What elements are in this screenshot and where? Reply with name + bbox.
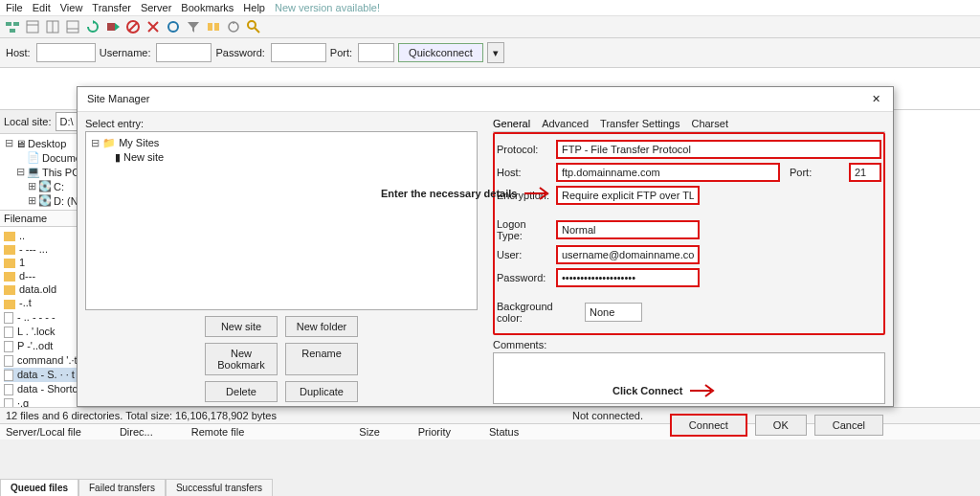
quickconnect-dropdown-icon[interactable]: ▾ xyxy=(487,42,504,63)
sm-port-input[interactable] xyxy=(849,163,881,182)
sitemanager-icon[interactable] xyxy=(4,18,21,35)
tab-advanced[interactable]: Advanced xyxy=(542,118,589,129)
tree-thispc[interactable]: This PC xyxy=(42,167,79,178)
disconnect-icon[interactable] xyxy=(145,18,162,35)
compare-icon[interactable] xyxy=(205,18,222,35)
sm-password-input[interactable] xyxy=(556,268,700,287)
new-site-button[interactable]: New site xyxy=(205,316,278,337)
tab-general[interactable]: General xyxy=(493,118,530,129)
tab-queued[interactable]: Queued files xyxy=(0,479,78,496)
password-input[interactable] xyxy=(271,43,326,62)
logon-type-label: Logon Type: xyxy=(497,218,552,241)
svg-rect-7 xyxy=(67,21,78,33)
toolbar xyxy=(0,16,980,38)
toggle-log-icon[interactable] xyxy=(24,18,41,35)
delete-button[interactable]: Delete xyxy=(205,381,278,402)
svg-point-17 xyxy=(233,22,234,24)
svg-line-11 xyxy=(129,23,137,31)
host-input[interactable] xyxy=(36,43,96,62)
new-folder-button[interactable]: New folder xyxy=(285,316,358,337)
tab-failed[interactable]: Failed transfers xyxy=(78,479,166,496)
menu-server[interactable]: Server xyxy=(141,2,171,13)
menu-view[interactable]: View xyxy=(60,2,83,13)
menu-transfer[interactable]: Transfer xyxy=(92,2,131,13)
tab-successful[interactable]: Successful transfers xyxy=(166,479,273,496)
encryption-select[interactable] xyxy=(556,186,700,205)
sm-port-label: Port: xyxy=(790,167,845,178)
menubar: File Edit View Transfer Server Bookmarks… xyxy=(0,0,980,16)
filter-icon[interactable] xyxy=(185,18,202,35)
site-manager-dialog: Site Manager ✕ Select entry: ⊟ 📁 My Site… xyxy=(77,86,894,407)
tree-c-drive[interactable]: C: xyxy=(54,181,64,192)
tab-transfer-settings[interactable]: Transfer Settings xyxy=(600,118,679,129)
quickconnect-button[interactable]: Quickconnect xyxy=(398,43,483,62)
process-queue-icon[interactable] xyxy=(104,18,122,35)
site-tree[interactable]: ⊟ 📁 My Sites ▮ New site xyxy=(85,131,478,310)
general-form: Protocol: Host: Port: Encryption: Logon … xyxy=(493,132,885,335)
protocol-label: Protocol: xyxy=(497,144,552,155)
protocol-select[interactable] xyxy=(556,140,881,159)
sm-host-label: Host: xyxy=(497,167,552,178)
sm-user-label: User: xyxy=(497,249,552,260)
reconnect-icon[interactable] xyxy=(165,18,182,35)
menu-file[interactable]: File xyxy=(6,2,23,13)
svg-rect-15 xyxy=(214,23,219,31)
host-label: Host: xyxy=(6,47,31,58)
rename-button[interactable]: Rename xyxy=(285,343,358,375)
connect-button[interactable]: Connect xyxy=(670,414,747,437)
port-label: Port: xyxy=(330,47,352,58)
ok-button[interactable]: OK xyxy=(755,415,807,436)
refresh-icon[interactable] xyxy=(84,18,101,35)
port-input[interactable] xyxy=(358,43,394,62)
dialog-title: Site Manager xyxy=(87,93,149,105)
bottom-tabs: Queued files Failed transfers Successful… xyxy=(0,479,273,496)
tab-charset[interactable]: Charset xyxy=(691,118,728,129)
logon-type-select[interactable] xyxy=(556,220,700,239)
annotation-enter-details: Enter the necessary details xyxy=(381,186,551,201)
sm-user-input[interactable] xyxy=(556,245,700,264)
username-label: Username: xyxy=(100,47,151,58)
bgcolor-select[interactable]: None xyxy=(585,303,642,322)
bgcolor-label: Background color: xyxy=(497,301,581,324)
sm-host-input[interactable] xyxy=(556,163,780,182)
my-sites-folder[interactable]: My Sites xyxy=(119,137,159,148)
comments-label: Comments: xyxy=(493,339,885,350)
select-entry-label: Select entry: xyxy=(85,118,478,129)
svg-rect-9 xyxy=(107,23,115,31)
new-bookmark-button[interactable]: New Bookmark xyxy=(205,343,278,375)
svg-rect-14 xyxy=(208,23,212,31)
svg-rect-2 xyxy=(10,29,15,33)
new-version-notice[interactable]: New version available! xyxy=(275,2,380,13)
quickconnect-bar: Host: Username: Password: Port: Quickcon… xyxy=(0,38,980,68)
username-input[interactable] xyxy=(156,43,212,62)
toggle-tree-icon[interactable] xyxy=(44,18,61,35)
svg-rect-1 xyxy=(13,22,19,26)
annotation-click-connect: Click Connect xyxy=(612,383,717,398)
new-site-entry[interactable]: New site xyxy=(123,151,164,163)
password-label: Password: xyxy=(215,47,264,58)
cancel-button[interactable]: Cancel xyxy=(814,415,883,436)
cancel-icon[interactable] xyxy=(124,18,142,35)
svg-rect-3 xyxy=(27,21,38,33)
menu-help[interactable]: Help xyxy=(243,2,265,13)
search-icon[interactable] xyxy=(245,18,262,35)
close-icon[interactable]: ✕ xyxy=(868,93,883,105)
tree-desktop[interactable]: Desktop xyxy=(28,138,66,149)
svg-rect-0 xyxy=(6,22,11,26)
menu-edit[interactable]: Edit xyxy=(33,2,51,13)
duplicate-button[interactable]: Duplicate xyxy=(285,381,358,402)
menu-bookmarks[interactable]: Bookmarks xyxy=(181,2,234,13)
local-site-label: Local site: xyxy=(4,116,52,127)
svg-point-18 xyxy=(248,21,256,29)
toggle-queue-icon[interactable] xyxy=(64,18,81,35)
settings-tabs: General Advanced Transfer Settings Chars… xyxy=(493,116,885,132)
sm-password-label: Password: xyxy=(497,272,552,283)
svg-line-19 xyxy=(255,28,259,33)
sync-icon[interactable] xyxy=(225,18,242,35)
